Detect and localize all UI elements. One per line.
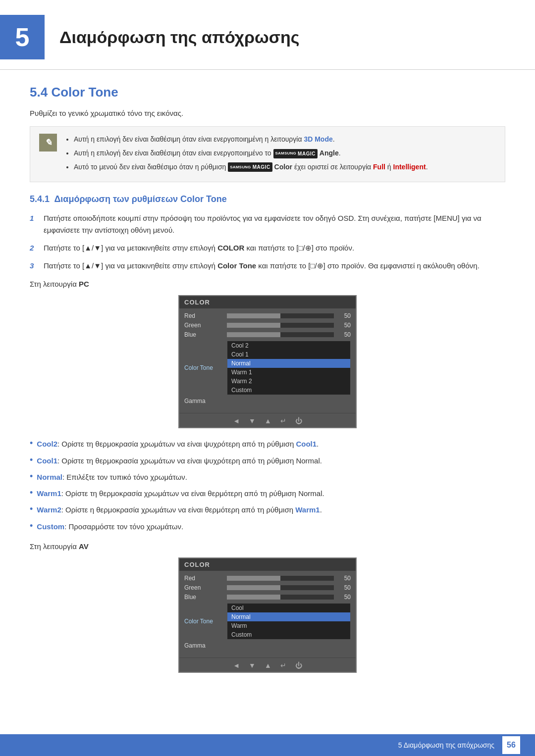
note-bold-full: Full bbox=[373, 163, 385, 171]
osd-pc-row-red: Red 50 bbox=[184, 312, 351, 319]
osd-av-dropdown-box: Cool Normal Warm Custom bbox=[227, 603, 351, 640]
osd-av-fill-red bbox=[227, 576, 280, 581]
bullet-pc-cool2: • Cool2: Ορίστε τη θερμοκρασία χρωμάτων … bbox=[30, 438, 505, 450]
section-description: Ρυθμίζει το γενικό χρωματικό τόνο της ει… bbox=[30, 109, 505, 117]
osd-av-value-green: 50 bbox=[337, 584, 351, 591]
osd-av-rows: Red 50 Green 50 Blue bbox=[179, 571, 356, 655]
osd-av-bottom: ◄ ▼ ▲ ↵ ⏻ bbox=[179, 657, 356, 672]
step-3: 3 Πατήστε το [▲/▼] για να μετακινηθείτε … bbox=[30, 260, 505, 272]
osd-pc-label-blue: Blue bbox=[184, 331, 224, 338]
osd-av-bar-blue bbox=[227, 595, 334, 600]
subsection-title: Διαμόρφωση των ρυθμίσεων Color Tone bbox=[54, 194, 226, 204]
osd-av-option-cool[interactable]: Cool bbox=[227, 604, 350, 612]
osd-av-label-red: Red bbox=[184, 575, 224, 582]
osd-av-label-colortone: Color Tone bbox=[184, 618, 224, 625]
osd-av-option-warm[interactable]: Warm bbox=[227, 621, 350, 630]
main-content: 5.4 Color Tone Ρυθμίζει το γενικό χρωματ… bbox=[0, 85, 535, 712]
samsung-magic-color-icon: SAMSUNG MAGIC bbox=[228, 162, 272, 172]
bullet-pc-custom: • Custom: Προσαρμόστε τον τόνο χρωμάτων. bbox=[30, 521, 505, 532]
osd-av-row-gamma: Gamma bbox=[184, 642, 351, 649]
osd-av-label-blue: Blue bbox=[184, 594, 224, 601]
note-bold-angle: Angle bbox=[320, 149, 339, 157]
step-3-num: 3 bbox=[30, 260, 39, 272]
osd-av-dropdown-colortone[interactable]: Cool Normal Warm Custom bbox=[227, 603, 351, 640]
step-3-text: Πατήστε το [▲/▼] για να μετακινηθείτε στ… bbox=[44, 260, 505, 272]
note-bold-intelligent: Intelligent bbox=[393, 163, 426, 171]
osd-nav-icon: ▼ bbox=[249, 417, 256, 425]
bullet-pc-cool1: • Cool1: Ορίστε τη θερμοκρασία χρωμάτων … bbox=[30, 455, 505, 466]
osd-av-bar-green bbox=[227, 585, 334, 590]
osd-pc-dropdown-colortone[interactable]: Cool 2 Cool 1 Normal Warm 1 Warm 2 Custo… bbox=[227, 341, 351, 395]
samsung-magic-angle-icon: SAMSUNG MAGIC bbox=[273, 149, 318, 158]
osd-pc-fill-green bbox=[227, 323, 280, 328]
chapter-header: 5 Διαμόρφωση της απόχρωσης bbox=[0, 0, 535, 70]
osd-pc-label-red: Red bbox=[184, 312, 224, 319]
osd-av-nav-icon: ▼ bbox=[249, 661, 256, 669]
osd-av-option-custom[interactable]: Custom bbox=[227, 630, 350, 639]
bullet-pc-warm2-text: Warm2: Ορίστε η θερμοκρασία χρωμάτων να … bbox=[37, 504, 322, 515]
bullet-dot-4: • bbox=[30, 488, 33, 499]
step-2-text: Πατήστε το [▲/▼] για να μετακινηθείτε στ… bbox=[44, 242, 505, 254]
mode-pc-bold: PC bbox=[79, 280, 89, 288]
bullet-dot-5: • bbox=[30, 504, 33, 515]
bullet-pc-warm2: • Warm2: Ορίστε η θερμοκρασία χρωμάτων ν… bbox=[30, 504, 505, 515]
osd-enter-icon: ↵ bbox=[280, 417, 286, 425]
chapter-badge: 5 bbox=[0, 15, 45, 59]
note-lines: Αυτή η επιλογή δεν είναι διαθέσιμη όταν … bbox=[64, 134, 428, 175]
bullet-pc-normal-text: Normal: Επιλέξτε τον τυπικό τόνο χρωμάτω… bbox=[37, 471, 187, 483]
osd-av-fill-blue bbox=[227, 595, 280, 600]
chapter-title: Διαμόρφωση της απόχρωσης bbox=[59, 28, 299, 47]
bullet-dot-6: • bbox=[30, 521, 33, 532]
osd-pc-value-red: 50 bbox=[337, 312, 351, 319]
mode-av-label: Στη λειτουργία AV bbox=[30, 542, 505, 551]
osd-pc-bar-green bbox=[227, 323, 334, 328]
osd-av-up-icon: ▲ bbox=[265, 661, 271, 669]
osd-pc-option-cool2[interactable]: Cool 2 bbox=[227, 341, 350, 350]
osd-up-icon: ▲ bbox=[265, 417, 271, 425]
osd-pc-bottom: ◄ ▼ ▲ ↵ ⏻ bbox=[179, 413, 356, 427]
steps-list: 1 Πατήστε οποιοδήποτε κουμπί στην πρόσοψ… bbox=[30, 212, 505, 272]
bullet-pc-warm1: • Warm1: Ορίστε τη θερμοκρασία χρωμάτων … bbox=[30, 488, 505, 499]
osd-pc-screen: COLOR Red 50 Green 50 bbox=[178, 295, 357, 428]
osd-pc-label-gamma: Gamma bbox=[184, 398, 224, 404]
note-item-3: Αυτό το μενού δεν είναι διαθέσιμο όταν η… bbox=[74, 161, 428, 173]
section-number: 5.4 bbox=[30, 85, 48, 100]
osd-pc-rows: Red 50 Green 50 Blue bbox=[179, 308, 356, 411]
osd-av-enter-icon: ↵ bbox=[280, 661, 286, 669]
osd-pc-dropdown-box: Cool 2 Cool 1 Normal Warm 1 Warm 2 Custo… bbox=[227, 341, 351, 395]
page-footer: 5 Διαμόρφωση της απόχρωσης 56 bbox=[0, 734, 535, 756]
osd-pc-fill-blue bbox=[227, 332, 280, 337]
note-bold-color: Color bbox=[274, 163, 293, 171]
osd-av-row-blue: Blue 50 bbox=[184, 594, 351, 601]
osd-pc-option-custom[interactable]: Custom bbox=[227, 386, 350, 395]
step-1: 1 Πατήστε οποιοδήποτε κουμπί στην πρόσοψ… bbox=[30, 212, 505, 236]
osd-power-icon: ⏻ bbox=[295, 417, 302, 425]
osd-pc-fill-red bbox=[227, 313, 280, 318]
mode-av-bold: AV bbox=[79, 542, 89, 551]
bullet-dot-2: • bbox=[30, 455, 33, 466]
section-heading: 5.4 Color Tone bbox=[30, 85, 505, 100]
subsection-number: 5.4.1 bbox=[30, 194, 50, 204]
bullet-dot-1: • bbox=[30, 438, 33, 450]
footer-text: 5 Διαμόρφωση της απόχρωσης bbox=[398, 741, 494, 749]
osd-av-option-normal[interactable]: Normal bbox=[227, 612, 350, 621]
osd-pc-option-normal[interactable]: Normal bbox=[227, 359, 350, 368]
osd-pc-label-green: Green bbox=[184, 322, 224, 329]
osd-pc-option-cool1[interactable]: Cool 1 bbox=[227, 350, 350, 359]
osd-pc-row-green: Green 50 bbox=[184, 322, 351, 329]
osd-pc-option-warm2[interactable]: Warm 2 bbox=[227, 377, 350, 386]
osd-av-title: COLOR bbox=[179, 558, 356, 571]
osd-av-fill-green bbox=[227, 585, 280, 590]
mode-pc-label: Στη λειτουργία PC bbox=[30, 280, 505, 288]
note-icon: ✎ bbox=[39, 134, 57, 151]
osd-pc-value-blue: 50 bbox=[337, 331, 351, 338]
osd-av-label-gamma: Gamma bbox=[184, 642, 224, 649]
osd-av-row-red: Red 50 bbox=[184, 575, 351, 582]
step-2-num: 2 bbox=[30, 242, 39, 254]
osd-pc-option-warm1[interactable]: Warm 1 bbox=[227, 368, 350, 377]
osd-pc-bar-blue bbox=[227, 332, 334, 337]
osd-pc-container: COLOR Red 50 Green 50 bbox=[30, 295, 505, 428]
bullet-pc-custom-text: Custom: Προσαρμόστε τον τόνο χρωμάτων. bbox=[37, 521, 183, 532]
bullet-pc-normal: • Normal: Επιλέξτε τον τυπικό τόνο χρωμά… bbox=[30, 471, 505, 483]
osd-pc-row-blue: Blue 50 bbox=[184, 331, 351, 338]
